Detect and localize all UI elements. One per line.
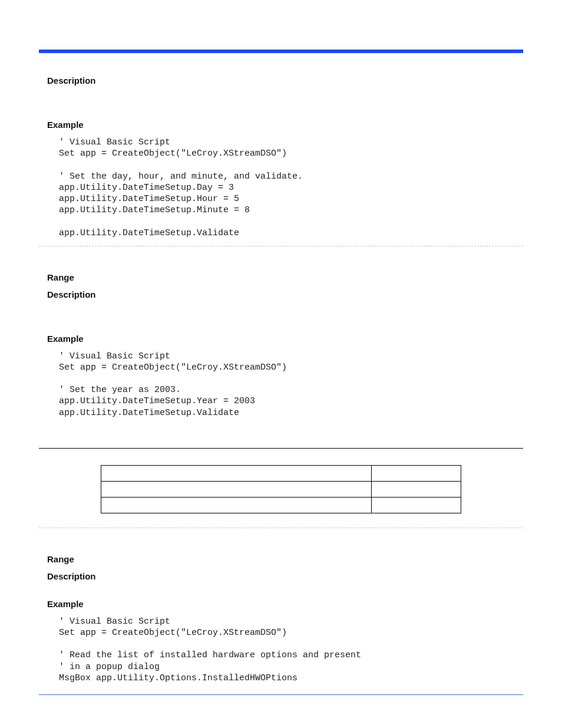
table-row [101, 497, 461, 513]
table-row [101, 465, 461, 481]
heading-example-3: Example [47, 599, 523, 609]
document-page: Description Example ' Visual Basic Scrip… [39, 0, 523, 707]
code-block-2: ' Visual Basic Script Set app = CreateOb… [59, 351, 523, 419]
table-cell [101, 481, 372, 497]
heading-example-1: Example [47, 120, 523, 130]
table-cell [371, 497, 461, 513]
solid-separator [39, 448, 523, 449]
heading-description-1: Description [47, 75, 523, 85]
content-area: Description Example ' Visual Basic Scrip… [39, 75, 523, 239]
options-table [101, 465, 461, 513]
content-area-3: Range Description Example ' Visual Basic… [39, 554, 523, 684]
bottom-blue-rule [39, 694, 523, 695]
heading-example-2: Example [47, 334, 523, 344]
heading-range-2: Range [47, 554, 523, 564]
heading-description-2: Description [47, 289, 523, 299]
top-blue-rule [39, 50, 523, 53]
content-area-2: Range Description Example ' Visual Basic… [39, 272, 523, 419]
table-cell [101, 497, 372, 513]
dotted-separator-2 [39, 528, 523, 528]
table-cell [101, 465, 372, 481]
table-row [101, 481, 461, 497]
code-block-3: ' Visual Basic Script Set app = CreateOb… [59, 616, 523, 684]
heading-range-1: Range [47, 272, 523, 282]
heading-description-3: Description [47, 571, 523, 581]
code-block-1: ' Visual Basic Script Set app = CreateOb… [59, 137, 523, 239]
table-cell [371, 465, 461, 481]
table-cell [371, 481, 461, 497]
dotted-separator-1 [39, 246, 523, 246]
